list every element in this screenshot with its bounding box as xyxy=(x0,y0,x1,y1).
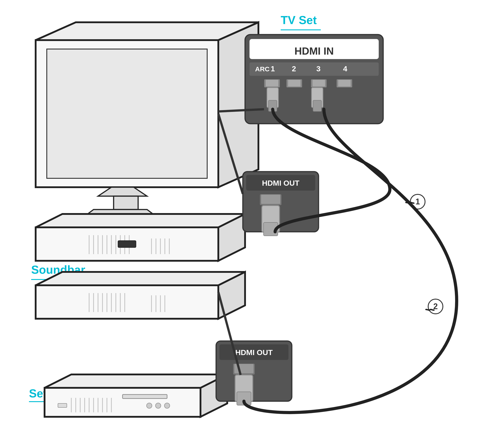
svg-marker-3 xyxy=(36,22,258,40)
svg-rect-85 xyxy=(261,195,280,204)
svg-marker-42 xyxy=(44,388,201,417)
svg-point-48 xyxy=(165,403,170,408)
svg-rect-71 xyxy=(288,80,301,86)
svg-marker-28 xyxy=(36,272,245,285)
svg-marker-1 xyxy=(47,49,207,178)
svg-text:1: 1 xyxy=(271,64,275,73)
diagram-svg: ARC 1 2 3 4 HDMI IN HDMI OUT xyxy=(0,0,495,448)
svg-marker-26 xyxy=(36,285,218,319)
svg-text:ARC: ARC xyxy=(255,65,270,73)
svg-text:4: 4 xyxy=(343,64,347,73)
svg-rect-5 xyxy=(114,196,138,210)
svg-rect-20 xyxy=(118,241,136,247)
svg-rect-73 xyxy=(313,80,325,86)
svg-rect-75 xyxy=(338,80,351,86)
svg-text:HDMI IN: HDMI IN xyxy=(294,45,334,57)
svg-rect-69 xyxy=(266,80,278,86)
svg-rect-45 xyxy=(123,394,167,399)
svg-text:3: 3 xyxy=(316,64,321,73)
svg-rect-79 xyxy=(313,100,321,112)
svg-text:HDMI OUT: HDMI OUT xyxy=(235,348,273,357)
svg-marker-44 xyxy=(44,375,227,388)
diagram-container: TV Set Soundbar Set Top Box 1 2 xyxy=(0,0,495,448)
svg-text:2: 2 xyxy=(292,64,296,73)
svg-point-47 xyxy=(155,403,161,408)
svg-rect-49 xyxy=(58,404,67,407)
svg-marker-9 xyxy=(36,214,245,227)
svg-point-46 xyxy=(147,403,152,408)
svg-marker-4 xyxy=(98,187,147,196)
svg-text:HDMI OUT: HDMI OUT xyxy=(262,179,299,187)
